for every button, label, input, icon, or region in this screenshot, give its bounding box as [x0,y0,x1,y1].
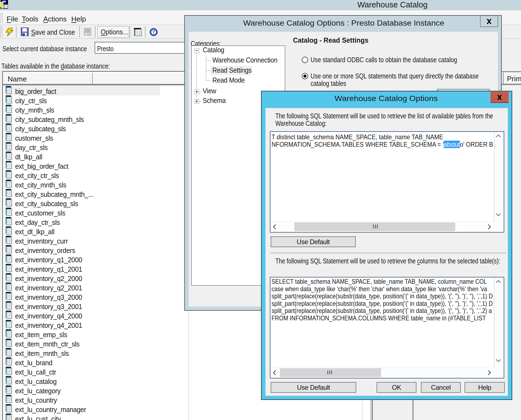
svg-text:?: ? [152,29,155,35]
